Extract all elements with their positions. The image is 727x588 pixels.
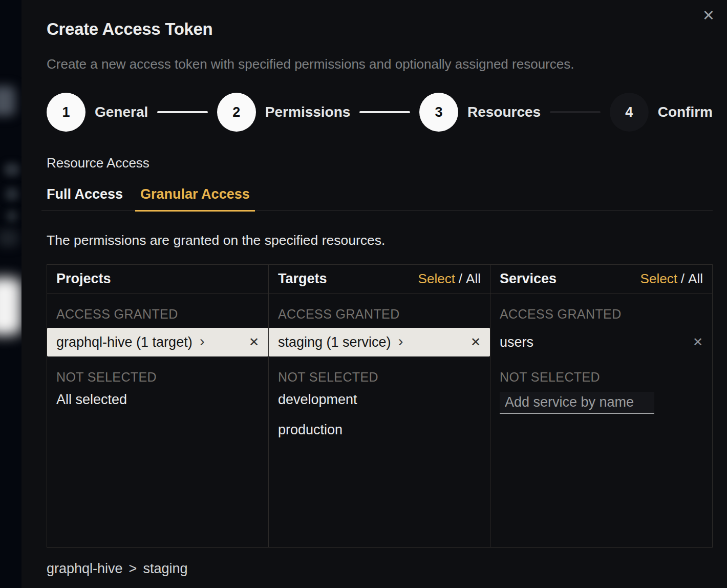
remove-service-icon[interactable]: ✕: [693, 335, 703, 349]
step-permissions[interactable]: 2 Permissions: [217, 93, 351, 132]
target-option-development[interactable]: development: [269, 385, 490, 415]
step-confirm[interactable]: 4 Confirm: [610, 93, 713, 132]
step-connector: [359, 111, 410, 113]
chevron-right-icon: ›: [200, 333, 205, 351]
background-blur-blob: [4, 163, 19, 176]
services-select-all[interactable]: Select/All: [640, 271, 703, 287]
select-all-slash: /: [681, 271, 685, 287]
projects-column-header: Projects: [47, 265, 268, 293]
targets-select-link[interactable]: Select: [418, 271, 455, 286]
services-column: Services Select/All ACCESS GRANTED users…: [490, 265, 712, 547]
projects-all-selected-note: All selected: [47, 385, 268, 415]
step-number: 4: [610, 93, 649, 132]
targets-access-granted-label: ACCESS GRANTED: [269, 293, 490, 322]
background-blur-blob: [0, 229, 18, 247]
step-label: Permissions: [265, 104, 351, 120]
services-column-title: Services: [500, 271, 557, 287]
step-label: General: [95, 104, 148, 120]
background-blur-blob: [5, 187, 18, 201]
background-blur-blob: [0, 278, 22, 335]
target-option-production[interactable]: production: [269, 415, 490, 445]
granular-access-description: The permissions are granted on the speci…: [47, 233, 713, 248]
breadcrumb-project: graphql-hive: [47, 561, 123, 577]
projects-column: Projects ACCESS GRANTED graphql-hive (1 …: [47, 265, 269, 547]
services-column-header: Services Select/All: [490, 265, 712, 293]
targets-all-link[interactable]: All: [466, 271, 481, 286]
project-row-graphql-hive[interactable]: graphql-hive (1 target) › ✕: [47, 328, 268, 356]
service-row-users[interactable]: users ✕: [490, 328, 712, 356]
services-not-selected-label: NOT SELECTED: [490, 356, 712, 385]
stepper: 1 General 2 Permissions 3 Resources 4 Co…: [47, 93, 713, 132]
step-number: 2: [217, 93, 256, 132]
targets-select-all[interactable]: Select/All: [418, 271, 481, 287]
add-service-input[interactable]: [500, 392, 654, 414]
project-row-label: graphql-hive (1 target): [56, 334, 193, 350]
background-page: [0, 0, 22, 588]
step-connector: [550, 111, 601, 113]
breadcrumb-target: staging: [143, 561, 187, 577]
breadcrumb: graphql-hive > staging: [47, 561, 713, 577]
step-connector: [157, 111, 208, 113]
target-row-label: staging (1 service): [278, 334, 391, 350]
step-label: Confirm: [658, 104, 713, 120]
chevron-right-icon: ›: [398, 333, 403, 351]
close-icon[interactable]: ✕: [699, 6, 718, 25]
resource-access-heading: Resource Access: [47, 155, 713, 171]
targets-column: Targets Select/All ACCESS GRANTED stagin…: [269, 265, 490, 547]
select-all-slash: /: [459, 271, 462, 287]
services-access-granted-label: ACCESS GRANTED: [490, 293, 712, 322]
services-select-link[interactable]: Select: [640, 271, 677, 286]
targets-column-title: Targets: [278, 271, 327, 287]
target-row-staging[interactable]: staging (1 service) › ✕: [269, 328, 490, 356]
background-blur-blob: [6, 210, 17, 222]
projects-column-title: Projects: [56, 271, 111, 287]
resources-table: Projects ACCESS GRANTED graphql-hive (1 …: [47, 264, 713, 548]
service-row-label: users: [500, 334, 533, 350]
step-general[interactable]: 1 General: [47, 93, 148, 132]
background-blur-blob: [0, 86, 15, 116]
step-number: 1: [47, 93, 85, 132]
targets-not-selected-label: NOT SELECTED: [269, 356, 490, 385]
targets-column-header: Targets Select/All: [269, 265, 490, 293]
modal-title: Create Access Token: [47, 19, 713, 39]
projects-not-selected-label: NOT SELECTED: [47, 356, 268, 385]
remove-target-icon[interactable]: ✕: [471, 335, 481, 349]
projects-access-granted-label: ACCESS GRANTED: [47, 293, 268, 322]
services-all-link[interactable]: All: [688, 271, 703, 286]
create-access-token-modal: ✕ Create Access Token Create a new acces…: [22, 0, 727, 588]
remove-project-icon[interactable]: ✕: [249, 335, 259, 349]
tab-granular-access[interactable]: Granular Access: [135, 186, 255, 212]
resource-access-tabs: Full Access Granular Access: [41, 186, 713, 211]
step-label: Resources: [467, 104, 541, 120]
tab-full-access[interactable]: Full Access: [41, 186, 128, 212]
breadcrumb-separator: >: [129, 561, 137, 577]
step-number: 3: [419, 93, 458, 132]
modal-subtitle: Create a new access token with specified…: [47, 56, 713, 72]
step-resources[interactable]: 3 Resources: [419, 93, 541, 132]
